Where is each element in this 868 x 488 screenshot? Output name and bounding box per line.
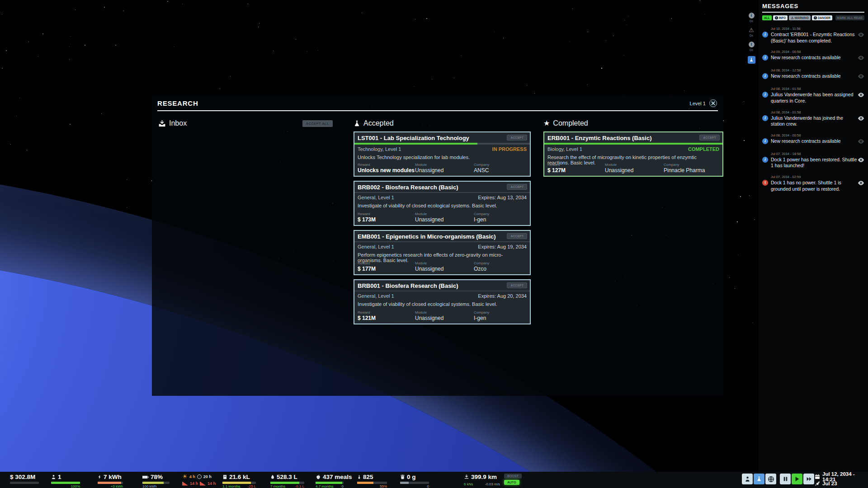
eye-icon[interactable] — [858, 158, 864, 162]
food-sub-right: 0 — [342, 484, 344, 488]
stat-oxygen: 825 55% — [357, 474, 387, 488]
globe-icon — [768, 476, 774, 483]
eye-icon[interactable] — [858, 139, 864, 144]
fast-forward-icon — [806, 476, 812, 482]
reward-value: $ 121M — [358, 315, 415, 321]
stat-food: 437 meals 4.7 months0 — [316, 474, 352, 488]
fuel-bar — [270, 482, 304, 484]
meal-icon — [316, 474, 321, 480]
message-date: Jul 08, 2034 - 01:58 — [771, 110, 857, 114]
play-button[interactable] — [792, 474, 802, 484]
filter-danger-label: DANGER — [818, 16, 830, 19]
auto-button[interactable]: AUTO — [504, 480, 519, 485]
card-title: LST001 - Lab Specialization Technology — [358, 135, 469, 141]
clock-block: Jul 12, 2034 - 14:21 Jul 23 — [815, 473, 868, 487]
message-item: i Jul 07, 2034 - 18:58 Dock 1 power has … — [762, 152, 864, 169]
waste-value: 0 g — [407, 474, 416, 480]
trash-icon — [400, 474, 405, 480]
card-category: Biology, Level 1 — [547, 146, 582, 152]
pause-button[interactable] — [780, 474, 791, 484]
fast-forward-button[interactable] — [803, 474, 814, 484]
accept-button[interactable]: ACCEPT — [699, 135, 720, 141]
accept-button[interactable]: ACCEPT — [507, 135, 527, 141]
eye-icon[interactable] — [858, 74, 864, 79]
filter-warning-button[interactable]: ⚠ WARNING — [789, 15, 811, 20]
thermometer-icon — [357, 474, 361, 480]
card-status: IN PROGRESS — [492, 146, 527, 152]
completed-column: ★ Completed ERB001 - Enzymtic Reactions … — [543, 118, 723, 177]
accept-button[interactable]: ACCEPT — [507, 282, 527, 288]
message-text: Contract 'ERB001 - Enzymtic Reactions (B… — [771, 32, 857, 44]
module-label: Module — [605, 163, 664, 167]
close-button[interactable] — [709, 99, 717, 107]
message-type-icon: ! — [762, 180, 768, 186]
warning-counter[interactable]: ⚠ 0x — [746, 27, 757, 38]
warning-icon: ⚠ — [791, 16, 793, 19]
message-item: i Jul 08, 2034 - 01:58 Julius Vanderwerd… — [762, 110, 864, 127]
research-card: LST001 - Lab Specialization Technology A… — [354, 131, 531, 177]
notification-counters: i 0x ⚠ 0x ! 0x — [746, 13, 757, 64]
crew-button[interactable] — [742, 474, 753, 484]
info-count: 0x — [746, 19, 757, 23]
reward-value: $ 177M — [358, 266, 415, 272]
info-counter[interactable]: i 0x — [746, 13, 757, 23]
decay-icon — [182, 482, 188, 486]
eye-icon[interactable] — [858, 33, 864, 37]
play-icon — [794, 476, 800, 482]
research-button[interactable] — [754, 474, 764, 484]
company-label: Company — [664, 163, 719, 167]
status-bar: $ 302.8M 1 100% 7 kWh +3 kWh 78% — [0, 472, 868, 488]
altitude-thrust: 6 kNs — [464, 482, 473, 486]
message-item: i Jul 09, 2034 - 00:58 New research cont… — [762, 50, 864, 62]
crew-value: 1 — [58, 474, 61, 480]
stat-water: 21.6 kL 1.1 months-25 L — [222, 474, 256, 488]
decay-icon — [200, 482, 206, 486]
inbox-label: Inbox — [169, 119, 187, 127]
navigation-button[interactable] — [765, 474, 776, 484]
accept-button[interactable]: ACCEPT — [507, 184, 527, 190]
card-expires: Expires: Aug 19, 2034 — [478, 244, 527, 249]
inbox-icon — [158, 120, 166, 127]
flask-icon — [756, 476, 762, 482]
danger-counter[interactable]: ! 0x — [746, 42, 757, 52]
eye-icon[interactable] — [858, 56, 864, 60]
company-label: Company — [474, 261, 527, 265]
module-label: Module — [415, 310, 474, 314]
filter-danger-button[interactable]: ! DANGER — [812, 15, 832, 20]
danger-icon: ! — [814, 16, 817, 19]
accept-button[interactable]: ACCEPT — [507, 233, 527, 239]
oxygen-sub: 55% — [380, 484, 387, 488]
stat-power: 7 kWh +3 kWh — [98, 474, 123, 488]
battery-sub: 100 kWh — [142, 484, 157, 488]
panel-title: RESEARCH — [157, 99, 198, 107]
filter-info-label: INFO — [779, 16, 786, 19]
accept-all-button[interactable]: ACCEPT ALL — [302, 120, 333, 127]
company-value: I-gen — [474, 315, 527, 321]
research-level-label: Level 1 — [690, 101, 706, 106]
bolt-icon — [98, 474, 102, 480]
company-value: Ozco — [474, 266, 527, 272]
warning-count: 0x — [746, 33, 757, 38]
message-item: ! Jul 07, 2034 - 02:59 Dock 1 has no pow… — [762, 175, 864, 192]
research-notification-button[interactable] — [748, 56, 755, 64]
eye-icon[interactable] — [858, 181, 864, 185]
eye-icon[interactable] — [858, 93, 864, 97]
water-value: 21.6 kL — [229, 474, 250, 480]
messages-underline — [762, 12, 864, 13]
filter-info-button[interactable]: i INFO — [773, 15, 788, 20]
fuel-sub-left: 7 months — [270, 484, 285, 488]
accepted-label: Accepted — [363, 119, 394, 127]
module-label: Module — [415, 163, 474, 167]
altitude-value: 399.9 km — [471, 474, 497, 480]
close-icon — [711, 101, 715, 105]
filter-all-button[interactable]: ALL — [762, 15, 772, 20]
research-panel-header: RESEARCH Level 1 — [152, 95, 723, 107]
reward-label: Reward — [358, 212, 415, 216]
eye-icon[interactable] — [858, 116, 864, 121]
mark-all-read-button[interactable]: MARK ALL READ — [835, 15, 864, 20]
eclipse-icon — [197, 474, 202, 479]
message-type-icon: i — [762, 73, 768, 79]
boost-button[interactable]: BOOST — [504, 474, 522, 479]
decay-hours-2: 14 h — [208, 481, 216, 486]
star-icon: ★ — [543, 120, 550, 127]
